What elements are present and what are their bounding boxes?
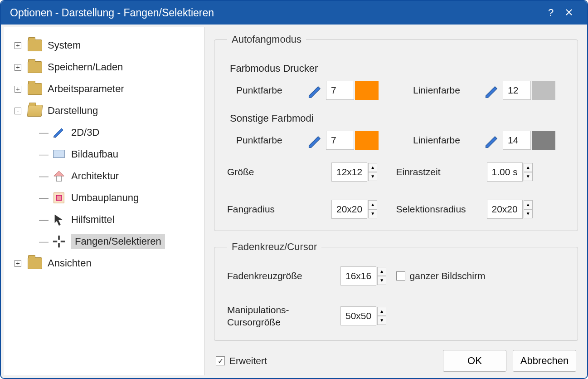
spin-down-button[interactable]: ▼ [377,276,386,285]
spin-up-button[interactable]: ▲ [524,200,533,209]
tree-node-save[interactable]: + Speichern/Laden [15,56,200,78]
subheading-other: Sonstige Farbmodi [230,113,565,124]
svg-marker-7 [55,215,63,226]
punktfarbe-printer-input[interactable]: 7 [326,81,354,100]
label-linienfarbe: Linienfarbe [413,85,481,96]
fullscreen-checkbox[interactable] [396,271,405,281]
svg-marker-10 [309,137,321,148]
folder-icon [28,83,42,95]
label-crosshair-size: Fadenkreuzgröße [227,270,340,282]
cancel-button[interactable]: Abbrechen [513,350,576,372]
label-punktfarbe: Punktfarbe [236,85,304,96]
label-selektionsradius: Selektionsradius [396,204,487,215]
folder-icon [28,257,42,269]
linienfarbe-other-input[interactable]: 14 [503,131,531,150]
category-tree: + System + Speichern/Laden + Arbeitspara… [4,27,205,375]
linienfarbe-printer-input[interactable]: 12 [503,81,531,100]
label-extended: Erweitert [229,355,267,366]
svg-marker-11 [486,137,497,148]
screen-icon [51,148,67,161]
svg-rect-4 [56,176,61,181]
folder-open-icon [27,105,43,117]
fangradius-input[interactable]: 20x20 [331,200,367,219]
selektionsradius-input[interactable]: 20x20 [487,200,523,219]
punktfarbe-other-input[interactable]: 7 [326,131,354,150]
svg-marker-9 [486,87,497,98]
tree-node-2d3d[interactable]: — 2D/3D [39,122,200,143]
pencil-icon [51,126,67,139]
tree-node-system[interactable]: + System [15,34,200,56]
svg-marker-8 [309,87,321,98]
dialog-footer: ✓ Erweitert OK Abbrechen [216,350,576,372]
color-picker-button[interactable] [307,133,323,147]
extended-checkbox[interactable]: ✓ [216,356,225,365]
house-icon [51,169,67,183]
label-manip-cursor: Manipulations-Cursorgröße [227,304,340,329]
folder-icon [28,61,42,73]
collapse-icon[interactable]: - [15,108,21,114]
group-legend: Autofangmodus [227,34,306,45]
color-picker-button[interactable] [484,133,500,147]
label-punktfarbe: Punktfarbe [236,135,304,146]
cursor-icon [51,213,67,226]
tree-node-hilfsmittel[interactable]: — Hilfsmittel [39,209,200,231]
subheading-printer: Farbmodus Drucker [230,63,565,74]
expand-icon[interactable]: + [15,42,21,49]
color-picker-button[interactable] [484,84,500,97]
help-button[interactable]: ? [542,7,560,19]
tree-connector-icon: — [39,127,48,138]
spin-up-button[interactable]: ▲ [524,163,533,172]
label-fangradius: Fangradius [227,204,331,215]
spin-up-button[interactable]: ▲ [377,307,386,316]
tree-node-bildaufbau[interactable]: — Bildaufbau [39,143,200,165]
tree-connector-icon: — [39,171,48,182]
plan-icon [51,191,67,205]
punktfarbe-printer-swatch[interactable] [355,81,379,100]
tree-node-fangen[interactable]: — Fangen/Selektieren [39,231,200,252]
linienfarbe-printer-swatch[interactable] [532,81,555,100]
tree-connector-icon: — [39,214,48,225]
close-button[interactable] [560,7,578,19]
group-legend: Fadenkreuz/Cursor [227,241,321,253]
manip-cursor-input[interactable]: 50x50 [340,306,376,325]
expand-icon[interactable]: + [15,86,21,93]
ok-button[interactable]: OK [443,350,506,372]
label-fullscreen: ganzer Bildschirm [410,271,486,281]
expand-icon[interactable]: + [15,64,21,71]
tree-node-architektur[interactable]: — Architektur [39,165,200,187]
window-title: Optionen - Darstellung - Fangen/Selektie… [10,7,542,19]
punktfarbe-other-swatch[interactable] [355,131,379,150]
expand-icon[interactable]: + [15,260,21,267]
tree-connector-icon: — [39,236,48,247]
spin-down-button[interactable]: ▼ [377,316,386,325]
spin-up-button[interactable]: ▲ [368,200,377,209]
label-size: Größe [227,167,331,177]
titlebar: Optionen - Darstellung - Fangen/Selektie… [1,1,587,25]
spin-down-button[interactable]: ▼ [524,172,533,181]
crosshair-icon [51,235,67,248]
settings-panel: Autofangmodus Farbmodus Drucker Punktfar… [205,25,587,378]
spin-up-button[interactable]: ▲ [377,267,386,276]
svg-marker-3 [54,171,64,176]
spin-down-button[interactable]: ▼ [368,209,377,218]
group-autofang: Autofangmodus Farbmodus Drucker Punktfar… [214,34,578,231]
crosshair-size-input[interactable]: 16x16 [340,266,376,285]
tree-node-views[interactable]: + Ansichten [15,252,200,274]
tree-node-display[interactable]: - Darstellung [15,100,200,122]
svg-rect-6 [56,195,61,200]
spin-down-button[interactable]: ▼ [524,209,533,218]
spin-up-button[interactable]: ▲ [368,163,377,172]
svg-marker-0 [54,128,63,138]
svg-rect-2 [53,150,64,158]
tree-node-params[interactable]: + Arbeitsparameter [15,78,200,100]
size-input[interactable]: 12x12 [331,162,367,182]
options-dialog: Optionen - Darstellung - Fangen/Selektie… [0,0,588,379]
label-einrastzeit: Einrastzeit [396,167,487,177]
spin-down-button[interactable]: ▼ [368,172,377,181]
tree-connector-icon: — [39,149,48,160]
color-picker-button[interactable] [307,84,323,97]
tree-connector-icon: — [39,192,48,203]
einrastzeit-input[interactable]: 1.00 s [487,162,523,182]
linienfarbe-other-swatch[interactable] [532,131,555,150]
tree-node-umbauplanung[interactable]: — Umbauplanung [39,187,200,209]
